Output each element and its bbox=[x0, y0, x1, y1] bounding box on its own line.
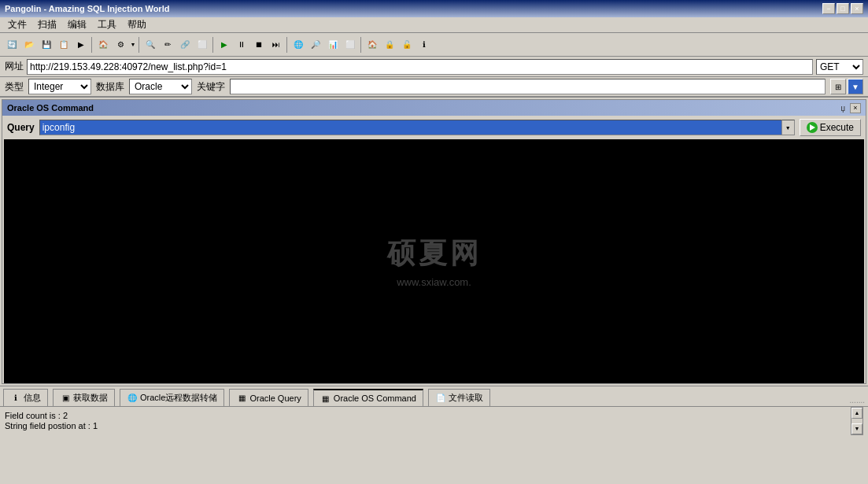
toolbar-btn-16[interactable]: 🔒 bbox=[381, 36, 398, 54]
execute-button[interactable]: Execute bbox=[800, 119, 861, 136]
url-label: 网址 bbox=[5, 60, 24, 73]
panel-title: Oracle OS Command bbox=[7, 103, 94, 113]
minimize-button[interactable]: − bbox=[822, 3, 835, 14]
toolbar-sep-5 bbox=[360, 37, 361, 53]
toolbar-dropdown-arrow-1[interactable]: ▼ bbox=[129, 36, 137, 54]
toolbar-btn-home[interactable]: 🏠 bbox=[364, 36, 381, 54]
url-bar: 网址 GET POST bbox=[0, 57, 868, 77]
arrow-down-icon-btn[interactable]: ▼ bbox=[848, 79, 863, 94]
scroll-up-button[interactable]: ▲ bbox=[851, 408, 862, 419]
tab-oracle-remote[interactable]: 🌐 Oracle远程数据转储 bbox=[120, 389, 224, 406]
keyword-label: 关键字 bbox=[197, 80, 225, 94]
query-label: Query bbox=[7, 122, 35, 133]
toolbar-dropdown-1: ⚙ ▼ bbox=[112, 36, 137, 54]
watermark-en: www.sxiaw.com. bbox=[387, 276, 482, 288]
oracle-query-tab-icon: ▦ bbox=[236, 393, 247, 404]
tab-oracle-query-label: Oracle Query bbox=[249, 393, 301, 403]
type-bar: 类型 Integer String 数据库 Oracle MySQL MSSQL… bbox=[0, 77, 868, 98]
tab-info[interactable]: ℹ 信息 bbox=[3, 389, 48, 406]
menu-scan[interactable]: 扫描 bbox=[33, 17, 61, 33]
url-input[interactable] bbox=[27, 59, 813, 75]
toolbar-btn-14[interactable]: 📊 bbox=[324, 36, 342, 54]
toolbar-btn-5[interactable]: ▶ bbox=[72, 36, 90, 54]
toolbar-btn-13[interactable]: 🔎 bbox=[307, 36, 324, 54]
close-window-button[interactable]: × bbox=[851, 3, 863, 14]
grid-icon-btn[interactable]: ⊞ bbox=[830, 79, 846, 94]
tab-oracle-os-label: Oracle OS Command bbox=[334, 393, 416, 403]
query-dropdown-arrow[interactable]: ▼ bbox=[782, 120, 795, 135]
menu-help[interactable]: 帮助 bbox=[123, 17, 151, 33]
toolbar-btn-8[interactable]: ✏ bbox=[159, 36, 176, 54]
tab-file-read[interactable]: 📄 文件读取 bbox=[428, 389, 490, 406]
toolbar-group-2: 🏠 ⚙ ▼ bbox=[94, 36, 141, 54]
toolbar-btn-7[interactable]: 🔍 bbox=[142, 36, 159, 54]
toolbar-btn-9[interactable]: 🔗 bbox=[176, 36, 194, 54]
oracle-os-tab-icon: ▦ bbox=[320, 393, 331, 404]
panel-titlebar: Oracle OS Command џ × bbox=[2, 100, 866, 116]
toolbar-btn-stop[interactable]: ⏹ bbox=[250, 36, 268, 54]
toolbar-btn-play[interactable]: ▶ bbox=[216, 36, 233, 54]
status-right: ▲ ▼ bbox=[851, 407, 863, 435]
watermark: 硕夏网 www.sxiaw.com. bbox=[387, 235, 482, 288]
tab-oracle-os[interactable]: ▦ Oracle OS Command bbox=[313, 389, 423, 406]
panel-controls: џ × bbox=[840, 103, 861, 113]
tab-info-label: 信息 bbox=[24, 392, 41, 404]
watermark-cn: 硕夏网 bbox=[387, 235, 482, 273]
toolbar-sep-1 bbox=[91, 37, 92, 53]
tab-bar: ℹ 信息 ▣ 获取数据 🌐 Oracle远程数据转储 ▦ Oracle Quer… bbox=[0, 386, 868, 406]
toolbar-btn-17[interactable]: 🔓 bbox=[398, 36, 416, 54]
toolbar-btn-10[interactable]: ⬜ bbox=[194, 36, 211, 54]
query-input-wrap: ▼ bbox=[39, 120, 795, 135]
field-count-status: Field count is : 2 bbox=[5, 411, 98, 420]
tab-file-read-label: 文件读取 bbox=[449, 392, 483, 404]
tab-oracle-remote-label: Oracle远程数据转储 bbox=[140, 392, 217, 404]
scrollbar-vertical[interactable]: ▲ ▼ bbox=[851, 407, 863, 435]
execute-label: Execute bbox=[820, 122, 854, 133]
toolbar-btn-info[interactable]: ℹ bbox=[416, 36, 433, 54]
maximize-button[interactable]: □ bbox=[837, 3, 849, 14]
toolbar-group-4: ▶ ⏸ ⏹ ⏭ bbox=[216, 36, 289, 54]
title-bar: Pangolin - Amazing SQL Injection World −… bbox=[0, 0, 868, 17]
menu-tools[interactable]: 工具 bbox=[93, 17, 121, 33]
tab-fetch-label: 获取数据 bbox=[73, 392, 108, 404]
toolbar-sep-2 bbox=[139, 37, 139, 53]
method-select[interactable]: GET POST bbox=[816, 59, 863, 75]
menu-bar: 文件 扫描 编辑 工具 帮助 bbox=[0, 17, 868, 33]
icon-buttons: ⊞ ▼ bbox=[830, 79, 863, 94]
toolbar-group-3: 🔍 ✏ 🔗 ⬜ bbox=[142, 36, 215, 54]
toolbar-group-6: 🏠 🔒 🔓 ℹ bbox=[364, 36, 433, 54]
toolbar-btn-pause[interactable]: ⏸ bbox=[233, 36, 250, 54]
toolbar-dropdown-btn-1[interactable]: ⚙ bbox=[112, 36, 129, 54]
toolbar-btn-15[interactable]: ⬜ bbox=[342, 36, 359, 54]
toolbar-btn-new[interactable]: 🔄 bbox=[3, 36, 20, 54]
toolbar-sep-4 bbox=[286, 37, 287, 53]
db-label: 数据库 bbox=[96, 80, 124, 94]
toolbar-btn-open[interactable]: 📂 bbox=[20, 36, 38, 54]
tab-oracle-query[interactable]: ▦ Oracle Query bbox=[229, 389, 308, 406]
type-select[interactable]: Integer String bbox=[28, 79, 91, 94]
string-field-status: String field postion at : 1 bbox=[5, 421, 98, 430]
db-select[interactable]: Oracle MySQL MSSQL bbox=[129, 79, 192, 94]
oracle-os-command-panel: Oracle OS Command џ × Query ▼ Execute 硕夏… bbox=[2, 99, 866, 384]
window-title: Pangolin - Amazing SQL Injection World bbox=[5, 4, 169, 13]
toolbar-btn-12[interactable]: 🌐 bbox=[290, 36, 307, 54]
info-tab-icon: ℹ bbox=[10, 393, 21, 404]
type-label: 类型 bbox=[5, 80, 24, 94]
oracle-remote-tab-icon: 🌐 bbox=[127, 393, 138, 404]
fetch-tab-icon: ▣ bbox=[60, 393, 71, 404]
panel-close-button[interactable]: × bbox=[850, 103, 861, 113]
tab-fetch[interactable]: ▣ 获取数据 bbox=[53, 389, 115, 406]
keyword-input[interactable] bbox=[230, 79, 826, 94]
menu-file[interactable]: 文件 bbox=[3, 17, 31, 33]
pin-icon[interactable]: џ bbox=[840, 104, 845, 113]
menu-edit[interactable]: 编辑 bbox=[63, 17, 91, 33]
output-area: 硕夏网 www.sxiaw.com. bbox=[4, 139, 864, 383]
toolbar-btn-4[interactable]: 📋 bbox=[55, 36, 72, 54]
toolbar: 🔄 📂 💾 📋 ▶ 🏠 ⚙ ▼ 🔍 ✏ 🔗 ⬜ ▶ ⏸ ⏹ ⏭ 🌐 🔎 📊 ⬜ … bbox=[0, 33, 868, 57]
toolbar-btn-3[interactable]: 💾 bbox=[38, 36, 55, 54]
toolbar-btn-11[interactable]: ⏭ bbox=[268, 36, 285, 54]
file-read-tab-icon: 📄 bbox=[435, 393, 446, 404]
toolbar-btn-6[interactable]: 🏠 bbox=[94, 36, 112, 54]
query-input[interactable] bbox=[39, 120, 782, 135]
scroll-down-button[interactable]: ▼ bbox=[851, 423, 862, 434]
